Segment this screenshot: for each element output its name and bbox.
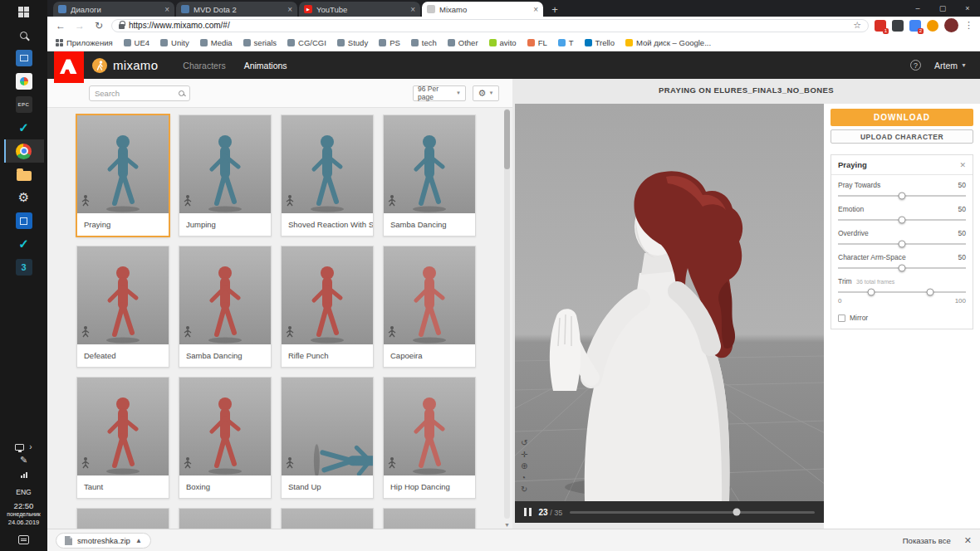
animation-card[interactable]	[179, 508, 272, 529]
animation-card[interactable]: Boxing	[179, 377, 272, 499]
tray-network[interactable]	[4, 468, 44, 481]
browser-menu-icon[interactable]: ⋮	[964, 20, 973, 31]
slider-thumb[interactable]	[899, 193, 906, 200]
extension-icon-1[interactable]: 1	[875, 20, 886, 32]
tray-pen[interactable]: ✎	[4, 451, 44, 468]
bookmark-item[interactable]: CG/CGI	[287, 38, 326, 47]
trim-thumb-start[interactable]	[868, 289, 875, 296]
bookmark-star-icon[interactable]: ☆	[853, 20, 861, 31]
upload-character-button[interactable]: UPLOAD CHARACTER	[831, 129, 973, 144]
taskbar-clock[interactable]: 22:50 понедельник 24.06.2019	[7, 501, 40, 527]
bookmark-item[interactable]: Media	[200, 38, 233, 47]
chevron-up-icon[interactable]: ▲	[135, 537, 142, 544]
pinned-app-check[interactable]: ✓	[4, 116, 44, 139]
library-settings-button[interactable]: ⚙ ▼	[473, 85, 499, 101]
slider-track[interactable]	[838, 267, 966, 269]
nav-animations[interactable]: Animations	[244, 61, 287, 71]
per-page-select[interactable]: 96 Per page ▼	[413, 85, 466, 101]
library-scrollbar[interactable]	[504, 109, 510, 519]
downloaded-file[interactable]: smotreshka.zip ▲	[56, 533, 151, 549]
bookmark-item[interactable]: Мой диск – Google...	[625, 38, 711, 47]
tab-close-icon[interactable]: ×	[533, 5, 538, 14]
bookmark-item[interactable]: T	[558, 38, 574, 47]
slider-track[interactable]	[838, 219, 966, 221]
close-icon[interactable]: ✕	[959, 161, 966, 169]
3d-stage[interactable]	[515, 104, 824, 501]
tab-mvd-dota[interactable]: MVD Dota 2 ×	[176, 2, 297, 17]
pinned-app-check-2[interactable]: ✓	[4, 232, 44, 256]
back-button[interactable]: ←	[54, 20, 67, 32]
animation-card[interactable]: Samba Dancing	[179, 246, 272, 368]
pinned-app-window[interactable]	[4, 46, 44, 70]
3d-viewer[interactable]: ↺ ✛ ⊕ ◔ ↻ 23 / 35	[515, 104, 824, 523]
bookmark-item[interactable]: UE4	[124, 38, 149, 47]
forward-button[interactable]: →	[73, 20, 86, 32]
taskbar-search-button[interactable]	[4, 23, 44, 46]
hidden-icons-chevron[interactable]: ›	[29, 442, 32, 451]
bookmark-item[interactable]: tech	[411, 38, 437, 47]
bookmark-item[interactable]: serials	[243, 38, 277, 47]
scrollbar-thumb[interactable]	[504, 110, 510, 169]
animation-card[interactable]: Hip Hop Dancing	[383, 377, 476, 499]
apps-shortcut[interactable]: Приложения	[56, 38, 113, 47]
reload-button[interactable]: ↻	[92, 20, 105, 32]
timeline-slider[interactable]	[570, 511, 815, 514]
animation-card[interactable]: Stand Up	[281, 377, 374, 499]
search-box[interactable]	[89, 85, 190, 101]
start-button[interactable]	[4, 0, 44, 23]
animation-card[interactable]: Samba Dancing	[383, 115, 476, 236]
maximize-button[interactable]: ▢	[930, 0, 955, 17]
animation-card[interactable]: Jumping	[179, 115, 272, 236]
trim-thumb-end[interactable]	[926, 289, 933, 296]
mirror-checkbox[interactable]	[838, 315, 845, 322]
mixamo-logo[interactable]: mixamo	[92, 58, 158, 73]
pinned-app-epic[interactable]: EPC	[4, 93, 44, 116]
extension-icon-3[interactable]: 2	[909, 20, 921, 32]
tab-close-icon[interactable]: ×	[287, 5, 292, 14]
adobe-logo[interactable]	[54, 51, 84, 83]
pinned-app-blue[interactable]	[4, 209, 44, 232]
taskbar-chrome-button[interactable]	[4, 139, 44, 163]
download-button[interactable]: DOWNLOAD	[831, 109, 973, 126]
timeline-thumb[interactable]	[733, 509, 740, 516]
history-icon[interactable]: ↻	[521, 485, 527, 495]
lock-icon[interactable]	[119, 24, 125, 29]
pinned-app-3[interactable]: 3	[4, 256, 44, 279]
url-text[interactable]: https://www.mixamo.com/#/	[129, 21, 849, 30]
extension-icon-4[interactable]	[927, 20, 938, 32]
bookmark-item[interactable]: Other	[448, 38, 478, 47]
animation-card[interactable]: Shoved Reaction With Spin	[281, 115, 374, 236]
help-icon[interactable]: ?	[910, 60, 921, 71]
animation-card[interactable]: Taunt	[76, 377, 169, 499]
animation-card[interactable]: Defeated	[76, 246, 169, 368]
show-all-downloads-button[interactable]: Показать все	[903, 536, 951, 545]
slider-track[interactable]	[838, 243, 966, 245]
pause-button[interactable]	[524, 508, 532, 516]
animation-card[interactable]: Rifle Punch	[281, 246, 374, 368]
new-tab-button[interactable]: +	[545, 2, 565, 17]
animation-card[interactable]: Capoeira	[383, 246, 476, 368]
bookmark-item[interactable]: Unity	[160, 38, 189, 47]
animation-card[interactable]: Praying	[76, 115, 169, 236]
address-bar[interactable]: https://www.mixamo.com/#/ ☆	[111, 19, 869, 32]
search-input[interactable]	[95, 89, 179, 98]
slider-thumb[interactable]	[899, 217, 906, 224]
scroll-down-arrow[interactable]: ▼	[504, 522, 510, 528]
animation-card[interactable]	[383, 508, 476, 529]
animation-card[interactable]	[281, 508, 374, 529]
tab-mixamo-active[interactable]: Mixamo ×	[422, 2, 543, 17]
slider-thumb[interactable]	[899, 241, 906, 248]
bookmark-item[interactable]: PS	[379, 38, 400, 47]
orbit-icon[interactable]: ↺	[521, 438, 527, 448]
user-menu[interactable]: Artem▼	[934, 61, 967, 71]
zoom-icon[interactable]: ⊕	[521, 461, 527, 471]
bookmark-item[interactable]: FL	[527, 38, 547, 47]
tab-close-icon[interactable]: ×	[410, 5, 415, 14]
trim-track[interactable]	[838, 291, 966, 293]
notification-center-icon[interactable]	[18, 535, 29, 544]
extension-icon-2[interactable]	[892, 20, 904, 32]
close-shelf-icon[interactable]: ✕	[964, 535, 972, 546]
mirror-option[interactable]: Mirror	[831, 307, 973, 329]
nav-characters[interactable]: Characters	[183, 61, 225, 71]
bookmark-item[interactable]: avito	[489, 38, 517, 47]
